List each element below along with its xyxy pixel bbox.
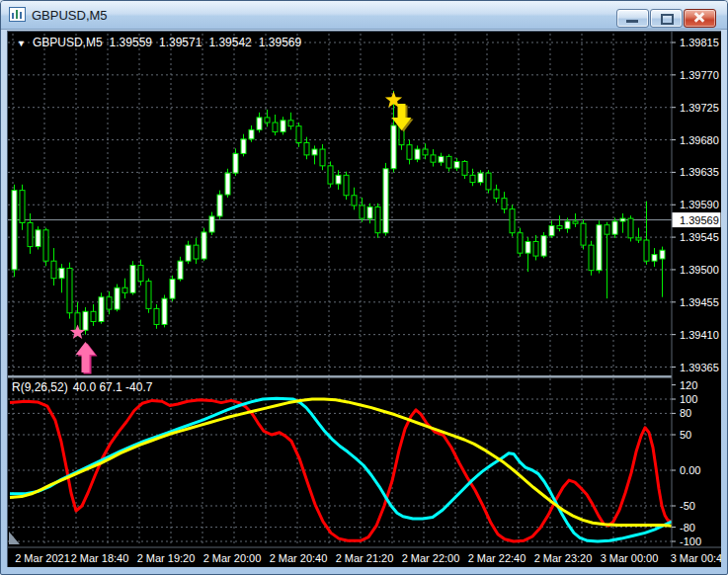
- symbol-label: GBPUSD,M5: [33, 36, 103, 49]
- title-bar[interactable]: GBPUSD,M5: [1, 1, 727, 30]
- indicator-label-line: R(9,26,52)40.0 67.1 -40.7: [12, 380, 159, 394]
- open-value: 1.39559: [110, 36, 152, 49]
- window-title: GBPUSD,M5: [32, 8, 108, 23]
- price-scale[interactable]: [672, 32, 721, 547]
- minimize-button[interactable]: [616, 9, 649, 28]
- indicator-name: R(9,26,52): [12, 380, 68, 394]
- low-value: 1.39542: [208, 36, 251, 49]
- chart-canvas[interactable]: 1.398151.397701.397251.396801.396351.395…: [8, 32, 721, 567]
- indicator-resize-grip[interactable]: [8, 534, 22, 547]
- indicator-values: 40.0 67.1 -40.7: [73, 380, 153, 394]
- chevron-down-icon[interactable]: ▼: [17, 39, 26, 48]
- minimize-icon: [626, 20, 638, 23]
- close-button[interactable]: [684, 9, 716, 28]
- chart-icon[interactable]: [9, 7, 26, 22]
- close-value: 1.39569: [259, 36, 301, 49]
- maximize-button[interactable]: [650, 9, 683, 28]
- maximize-icon: [661, 14, 674, 25]
- pane-separator[interactable]: [8, 374, 721, 379]
- chart-window: GBPUSD,M5 1.398151.397701.397251.396801.…: [0, 0, 728, 575]
- high-value: 1.39571: [159, 36, 202, 49]
- symbol-ohlc-line: ▼GBPUSD,M51.395591.395711.395421.39569: [17, 36, 308, 49]
- time-scale[interactable]: [8, 547, 721, 567]
- chart-area[interactable]: 1.398151.397701.397251.396801.396351.395…: [7, 31, 721, 567]
